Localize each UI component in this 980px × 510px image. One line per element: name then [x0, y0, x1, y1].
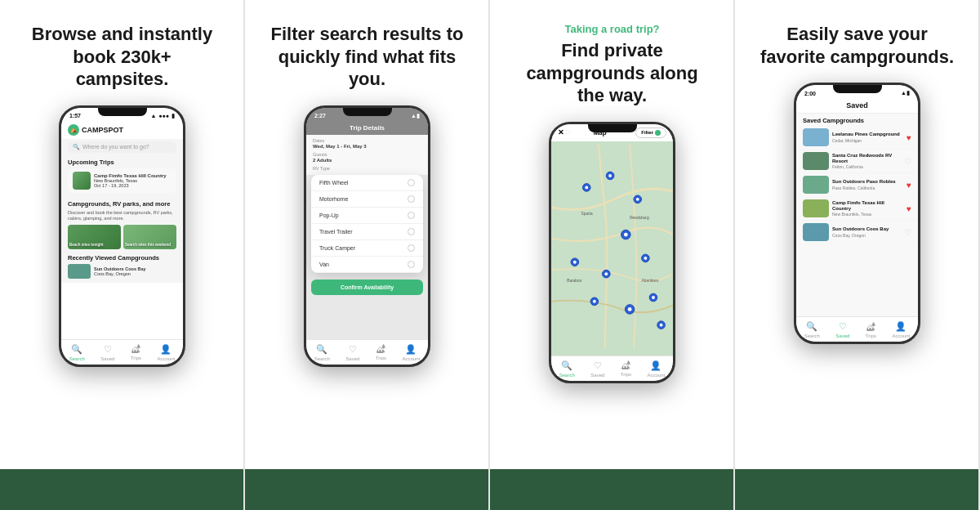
- search-placeholder-1: Where do you want to go?: [82, 144, 149, 150]
- panel-3: Taking a road trip? Find private campgro…: [490, 0, 735, 510]
- trip-dates: Oct 17 - 19, 2023: [94, 183, 167, 188]
- nav-search-1[interactable]: 🔍 Search: [69, 344, 85, 361]
- camp-card-2[interactable]: Sun Outdoors Paso Robles Paso Robles, Ca…: [796, 173, 918, 197]
- camp-name-3: Camp Fimfo Texas Hill Country: [832, 200, 903, 212]
- svg-point-4: [608, 174, 612, 177]
- account-nav-icon-4: 👤: [895, 321, 906, 332]
- screen1-spacer: [61, 283, 183, 339]
- nav-search-label-4: Search: [804, 333, 820, 338]
- guests-value: 2 Adults: [313, 158, 421, 163]
- camp-location-3: New Braunfels, Texas: [832, 212, 903, 217]
- nav-trips-1[interactable]: 🏕 Trips: [131, 344, 141, 360]
- heart-icon-4[interactable]: ♡: [904, 228, 911, 237]
- recent-camp-info: Sun Outdoors Coos Bay Coos Bay, Oregon: [94, 266, 146, 276]
- rv-option-5[interactable]: Van: [311, 257, 423, 273]
- recent-camp-card[interactable]: Sun Outdoors Coos Bay Coos Bay, Oregon: [68, 264, 176, 279]
- camp-card-0[interactable]: Leelanau Pines Campground Cedar, Michiga…: [796, 126, 918, 150]
- rv-option-0-label: Fifth Wheel: [319, 180, 348, 186]
- phone-notch-3: [588, 124, 637, 132]
- nav-search-4[interactable]: 🔍 Search: [804, 321, 820, 338]
- panel3-heading: Taking a road trip? Find private campgro…: [514, 23, 710, 107]
- rv-option-3-radio[interactable]: [408, 228, 415, 235]
- rv-option-3[interactable]: Travel Trailer: [311, 224, 423, 240]
- phone-notch-4: [833, 85, 882, 93]
- rv-option-4[interactable]: Truck Camper: [311, 240, 423, 257]
- nav-account-2[interactable]: 👤 Account: [403, 344, 421, 361]
- rv-option-2[interactable]: Pop-Up: [311, 208, 423, 224]
- rv-option-5-label: Van: [319, 262, 329, 267]
- rv-option-2-radio[interactable]: [408, 212, 415, 219]
- nav-saved-1[interactable]: ♡ Saved: [100, 344, 114, 361]
- trip-name: Camp Fimfo Texas Hill Country: [94, 173, 167, 178]
- wifi-icon: ▲: [150, 113, 156, 119]
- rv-type-modal: Fifth Wheel Motorhome Pop-Up Travel Trai…: [311, 175, 423, 273]
- camp-name-2: Sun Outdoors Paso Robles: [832, 179, 903, 185]
- panel3-sub-label: Taking a road trip?: [514, 23, 710, 36]
- nav-trips-4[interactable]: 🏕 Trips: [866, 322, 876, 338]
- nav-account-1[interactable]: 👤 Account: [158, 344, 176, 361]
- svg-point-16: [593, 300, 596, 303]
- trip-card[interactable]: Camp Fimfo Texas Hill Country New Braunf…: [68, 168, 176, 193]
- rv-option-1-label: Motorhome: [319, 196, 348, 202]
- rv-option-4-radio[interactable]: [408, 244, 415, 252]
- camp-info-4: Sun Outdoors Coos Bay Coos Bay, Oregon: [832, 226, 901, 237]
- nav-trips-label-3: Trips: [621, 372, 631, 377]
- search-bar-1[interactable]: 🔍 Where do you want to go?: [68, 141, 176, 153]
- nav-saved-2[interactable]: ♡ Saved: [345, 344, 359, 361]
- heart-icon-2[interactable]: ♥: [906, 181, 911, 190]
- rv-option-0-radio[interactable]: [408, 179, 415, 186]
- app-header-1: ⛺ CAMPSPOT: [61, 121, 183, 139]
- nav-search-2[interactable]: 🔍 Search: [314, 344, 330, 361]
- camp-info-2: Sun Outdoors Paso Robles Paso Robles, Ca…: [832, 179, 903, 190]
- map-close-icon[interactable]: ✕: [558, 128, 564, 136]
- s2-topbar: Trip Details: [306, 121, 428, 135]
- search-icon-1: 🔍: [73, 144, 80, 150]
- nav-search-label-1: Search: [69, 356, 85, 361]
- trip-thumbnail: [73, 172, 91, 190]
- camp-name-4: Sun Outdoors Coos Bay: [832, 226, 901, 232]
- nav-saved-4[interactable]: ♡ Saved: [835, 321, 849, 338]
- panel4-bottom-green: [735, 469, 979, 510]
- heart-icon-0[interactable]: ♥: [906, 133, 911, 142]
- bottom-nav-2: 🔍 Search ♡ Saved 🏕 Trips 👤 Account: [306, 339, 428, 365]
- map-view[interactable]: Sparta Reedsburg Baraboo Aberdeen: [551, 137, 673, 356]
- nav-search-3[interactable]: 🔍 Search: [559, 360, 575, 378]
- nav-account-label-3: Account: [648, 373, 666, 378]
- s4-spacer: [796, 244, 918, 316]
- heart-icon-3[interactable]: ♥: [906, 204, 911, 213]
- dates-value: Wed, May 1 - Fri, May 3: [313, 144, 421, 149]
- rv-option-5-radio[interactable]: [408, 261, 415, 268]
- nav-trips-label-2: Trips: [376, 356, 386, 360]
- bottom-nav-3: 🔍 Search ♡ Saved 🏕 Trips 👤 Account: [551, 356, 673, 381]
- trips-nav-icon-1: 🏕: [131, 344, 140, 354]
- phone-1: 1:57 ▲ ●●● ▮ ⛺ CAMPSPOT 🔍 Where do you w…: [59, 105, 185, 367]
- camp-card-3[interactable]: Camp Fimfo Texas Hill Country New Braunf…: [796, 197, 918, 221]
- account-nav-icon-1: 👤: [160, 344, 172, 355]
- nav-saved-3[interactable]: ♡ Saved: [590, 360, 604, 378]
- nav-trips-2[interactable]: 🏕 Trips: [376, 344, 386, 360]
- camp-card-4[interactable]: Sun Outdoors Coos Bay Coos Bay, Oregon ♡: [796, 221, 918, 244]
- camp-info-1: Santa Cruz Redwoods RV Resort Felton, Ca…: [832, 153, 901, 169]
- park-thumb-2[interactable]: Search sites this weekend: [123, 225, 176, 249]
- signal-icon: ●●●: [158, 113, 169, 119]
- rv-option-4-label: Truck Camper: [319, 245, 355, 251]
- nav-account-3[interactable]: 👤 Account: [648, 360, 666, 378]
- map-filter-btn[interactable]: Filter: [635, 128, 666, 138]
- confirm-availability-btn[interactable]: Confirm Availability: [311, 280, 423, 295]
- nav-trips-label-4: Trips: [866, 333, 876, 338]
- rv-option-0[interactable]: Fifth Wheel: [311, 175, 423, 191]
- heart-icon-1[interactable]: ♡: [904, 157, 911, 166]
- svg-point-12: [604, 272, 608, 275]
- nav-account-4[interactable]: 👤 Account: [893, 321, 911, 338]
- upcoming-trips-title: Upcoming Trips: [68, 159, 176, 166]
- rv-option-1[interactable]: Motorhome: [311, 191, 423, 208]
- panel-1: Browse and instantly book 230k+ campsite…: [0, 0, 245, 510]
- camp-card-1[interactable]: Santa Cruz Redwoods RV Resort Felton, Ca…: [796, 150, 918, 173]
- rv-option-1-radio[interactable]: [408, 195, 415, 203]
- panel4-heading: Easily save your favorite campgrounds.: [760, 23, 956, 68]
- camp-info-3: Camp Fimfo Texas Hill Country New Braunf…: [832, 200, 903, 217]
- saved-section-title: Saved Campgrounds: [796, 114, 918, 126]
- nav-account-label-4: Account: [893, 333, 911, 338]
- nav-trips-3[interactable]: 🏕 Trips: [621, 360, 631, 377]
- park-thumb-1[interactable]: Beach sites tonight: [68, 225, 121, 249]
